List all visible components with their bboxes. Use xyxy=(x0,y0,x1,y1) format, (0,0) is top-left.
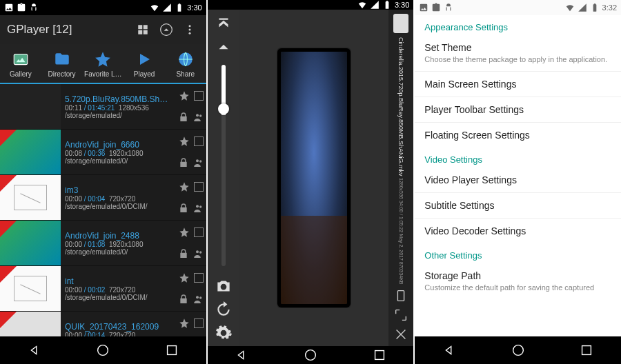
group-icon[interactable] xyxy=(193,294,204,305)
video-title: AndroVid_join_2488 xyxy=(65,231,172,241)
settings-list[interactable]: Appearance Settings Set Theme Choose the… xyxy=(415,15,621,336)
recents-button[interactable] xyxy=(164,343,179,358)
repeat-button[interactable] xyxy=(215,301,233,318)
home-button[interactable] xyxy=(303,347,318,363)
svg-point-11 xyxy=(199,205,201,208)
star-icon[interactable] xyxy=(179,272,190,283)
close-button[interactable] xyxy=(393,327,408,342)
back-button[interactable] xyxy=(27,343,42,358)
group-icon[interactable] xyxy=(193,112,204,123)
settings-item-subtitle[interactable]: Subtitle Settings xyxy=(415,192,621,218)
rotate-button[interactable] xyxy=(393,288,408,303)
svg-point-15 xyxy=(199,296,201,299)
svg-point-12 xyxy=(196,250,199,253)
video-path: /storage/emulated/0/DCIM/ xyxy=(65,294,172,301)
video-frame xyxy=(281,52,347,304)
svg-point-21 xyxy=(306,350,316,361)
settings-item-player-toolbar[interactable]: Player Toolbar Settings xyxy=(415,97,621,122)
lock-icon[interactable] xyxy=(178,294,189,305)
new-badge xyxy=(0,130,17,146)
settings-item-set-theme[interactable]: Set Theme Choose the theme package to ap… xyxy=(415,35,621,71)
star-icon[interactable] xyxy=(179,136,190,147)
home-button[interactable] xyxy=(511,343,526,358)
signal-icon xyxy=(578,3,587,12)
seek-slider[interactable] xyxy=(221,65,226,266)
settings-item-main-screen[interactable]: Main Screen Settings xyxy=(415,71,621,97)
clipboard-icon xyxy=(17,3,26,12)
new-badge xyxy=(0,175,17,192)
gear-icon[interactable] xyxy=(215,324,233,342)
panel-settings: 3:32 Appearance Settings Set Theme Choos… xyxy=(413,0,621,364)
video-title: 5.720p.BluRay.850MB.ShA… xyxy=(65,94,172,104)
svg-point-9 xyxy=(199,160,201,162)
thumbnail xyxy=(0,266,61,311)
list-item[interactable]: int 00:00 / 00:02 720x720 /storage/emula… xyxy=(0,266,206,312)
battery-icon xyxy=(590,3,600,12)
video-path: /storage/emulated/ xyxy=(65,112,172,119)
slider-thumb[interactable] xyxy=(218,103,229,114)
app-bar: GPlayer [12] xyxy=(0,15,206,44)
recents-button[interactable] xyxy=(579,343,594,358)
settings-item-video-player[interactable]: Video Player Settings xyxy=(415,168,621,192)
checkbox[interactable] xyxy=(194,228,204,237)
list-item[interactable]: AndroVid_join_2488 00:00 / 01:08 1920x10… xyxy=(0,221,206,266)
list-item[interactable]: im3 00:00 / 00:04 720x720 /storage/emula… xyxy=(0,175,206,221)
back-button[interactable] xyxy=(234,347,249,363)
svg-rect-20 xyxy=(398,291,404,301)
up-arrow-button[interactable] xyxy=(157,20,176,39)
svg-point-6 xyxy=(196,114,199,117)
star-icon[interactable] xyxy=(179,181,190,192)
play-icon xyxy=(135,50,154,69)
video-list[interactable]: 5.720p.BluRay.850MB.ShA… 00:11 / 01:45:2… xyxy=(0,84,206,336)
camera-button[interactable] xyxy=(215,277,233,295)
video-filename: Cinderella.2015.720p.BluRay.850MB.ShANiG… xyxy=(397,37,404,176)
svg-point-18 xyxy=(98,345,108,356)
home-button[interactable] xyxy=(95,343,110,358)
settings-item-floating-screen[interactable]: Floating Screen Settings xyxy=(415,122,621,148)
lock-icon[interactable] xyxy=(178,112,189,123)
star-icon[interactable] xyxy=(179,90,190,101)
tab-played[interactable]: Played xyxy=(124,44,165,83)
lock-icon[interactable] xyxy=(178,157,189,168)
step-up-button[interactable] xyxy=(215,37,233,55)
row-actions xyxy=(176,84,206,129)
checkbox[interactable] xyxy=(194,273,204,283)
player-toolbar xyxy=(208,10,239,346)
recents-button[interactable] xyxy=(372,347,387,363)
checkbox[interactable] xyxy=(194,136,204,146)
tab-gallery[interactable]: Gallery xyxy=(0,44,41,83)
checkbox[interactable] xyxy=(194,318,204,328)
settings-item-storage-path[interactable]: Storage Path Customize the default path … xyxy=(415,263,621,299)
list-item[interactable]: QUIK_20170423_162009 00:00 / 00:14 720x7… xyxy=(0,312,206,336)
star-icon[interactable] xyxy=(179,227,190,238)
list-item[interactable]: AndroVid_join_6660 00:08 / 00:36 1920x10… xyxy=(0,130,206,175)
group-icon[interactable] xyxy=(193,248,204,259)
lock-icon[interactable] xyxy=(178,203,189,214)
tab-directory[interactable]: Directory xyxy=(41,44,83,83)
globe-icon xyxy=(176,50,195,69)
overflow-menu-button[interactable] xyxy=(180,20,199,39)
checkbox[interactable] xyxy=(194,91,204,101)
fullscreen-button[interactable] xyxy=(393,307,408,323)
grid-view-button[interactable] xyxy=(133,20,152,39)
tab-share[interactable]: Share xyxy=(165,44,206,83)
back-button[interactable] xyxy=(442,343,457,358)
video-viewport[interactable] xyxy=(239,10,389,346)
thumbnail xyxy=(0,84,61,129)
group-icon[interactable] xyxy=(193,203,204,214)
checkbox[interactable] xyxy=(194,182,204,192)
list-item[interactable]: 5.720p.BluRay.850MB.ShA… 00:11 / 01:45:2… xyxy=(0,84,206,130)
group-icon[interactable] xyxy=(193,157,204,168)
video-meta: 1280x536 34:00 / 1:05:22 May 2, 2017 870… xyxy=(399,178,404,285)
skip-start-button[interactable] xyxy=(215,14,233,32)
new-badge xyxy=(0,266,17,283)
star-icon[interactable] xyxy=(179,318,190,329)
settings-item-video-decoder[interactable]: Video Decoder Settings xyxy=(415,218,621,243)
status-time: 3:32 xyxy=(602,3,617,12)
status-time: 3:30 xyxy=(187,3,201,12)
status-bar: 3:30 xyxy=(0,0,206,15)
svg-rect-4 xyxy=(14,54,28,64)
tab-favorite[interactable]: Favorite L… xyxy=(82,44,124,83)
lock-icon[interactable] xyxy=(178,248,189,259)
clipboard-icon xyxy=(431,3,441,12)
